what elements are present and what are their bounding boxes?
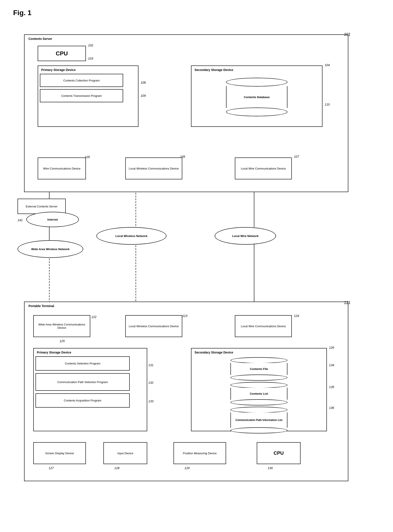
internet-ellipse: Internet [26, 212, 79, 227]
contents-selection-label: Contents Selection Program [65, 362, 101, 365]
primary-storage-terminal-box: Primary Storage Device Contents Selectio… [33, 348, 147, 431]
ref-129: 129 [184, 466, 190, 470]
ref-107: 107 [294, 155, 299, 158]
portable-terminal-box: Portable Terminal Wide Area Wireless Com… [24, 302, 348, 481]
contents-transmission-box: Contents Transmission Program [40, 89, 123, 102]
wire-communications-label: Wire Communications Device [43, 167, 81, 170]
ref-125: 125 [59, 339, 65, 343]
external-contents-server-label: External Contents Server [26, 205, 57, 208]
ref-109: 109 [141, 94, 146, 98]
secondary-storage-terminal-label: Secondary Storage Device [193, 350, 235, 355]
screen-display-label: Screen Display Device [45, 452, 74, 455]
fig-title: Fig. 1 [13, 9, 380, 17]
wide-area-wireless-terminal-label: Wide Area Wireless Communications Device [35, 323, 88, 329]
secondary-storage-server-label: Secondary Storage Device [193, 68, 235, 72]
local-wire-server-box: Local Wire Communications Device [235, 157, 292, 179]
wide-area-wireless-network-ellipse: Wide Area Wireless Network [18, 240, 83, 258]
ref-106: 106 [180, 155, 185, 158]
wide-area-wireless-terminal-box: Wide Area Wireless Communications Device [33, 315, 90, 337]
ref-130: 130 [268, 466, 273, 470]
local-wire-terminal-label: Local Wire Communications Device [241, 325, 286, 328]
ref-110: 110 [325, 103, 330, 106]
external-contents-server-box: External Contents Server [18, 199, 66, 214]
ref-126: 126 [329, 346, 334, 349]
contents-file-label: Contents File [231, 363, 287, 375]
local-wireless-terminal-box: Local Wireless Communications Device [125, 315, 182, 337]
local-wire-network-ellipse: Local Wire Network [215, 227, 276, 245]
communication-path-selection-label: Communication Path Selection Program [57, 381, 108, 384]
ref-135: 135 [329, 385, 334, 389]
ref-141: 141 [18, 218, 23, 222]
ref-127: 127 [49, 466, 54, 470]
secondary-storage-terminal-box: Secondary Storage Device Contents File C… [191, 348, 327, 431]
input-device-label: Input Device [118, 452, 133, 455]
ref-123: 123 [182, 314, 187, 317]
communication-path-selection-box: Communication Path Selection Program [35, 373, 130, 391]
contents-database-label: Contents Database [226, 86, 287, 108]
primary-storage-server-box: Primary Storage Device Contents Collecti… [38, 65, 138, 127]
primary-storage-server-label: Primary Storage Device [40, 68, 77, 72]
cpu-server-box: CPU [38, 46, 86, 61]
local-wire-terminal-box: Local Wire Communications Device [235, 315, 292, 337]
ref-133: 133 [148, 400, 153, 403]
local-wireless-server-label: Local Wireless Communications Device [129, 167, 179, 170]
secondary-storage-server-box: Secondary Storage Device Contents Databa… [191, 65, 322, 127]
portable-terminal-label: Portable Terminal [27, 304, 55, 308]
contents-collection-box: Contents Collection Program [40, 74, 123, 87]
contents-acquisition-label: Contents Acquisition Program [64, 399, 101, 402]
local-wireless-server-box: Local Wireless Communications Device [125, 157, 182, 179]
diagram-root: Contents Server CPU 102 103 Primary Stor… [13, 21, 364, 525]
contents-selection-box: Contents Selection Program [35, 356, 130, 371]
ref-131: 131 [148, 363, 153, 367]
primary-storage-terminal-label: Primary Storage Device [35, 350, 73, 355]
local-wire-server-label: Local Wire Communications Device [241, 167, 286, 170]
input-device-box: Input Device [103, 442, 147, 464]
ref-122: 122 [91, 315, 96, 319]
screen-display-box: Screen Display Device [33, 442, 86, 464]
wire-communications-box: Wire Communications Device [38, 157, 86, 179]
local-wireless-network-label: Local Wireless Network [115, 234, 147, 238]
internet-label: Internet [47, 218, 58, 221]
ref-108: 108 [141, 81, 146, 84]
cpu-terminal-box: CPU [257, 442, 300, 464]
cpu-terminal-label: CPU [274, 450, 284, 456]
ref-102: 102 [88, 44, 93, 47]
local-wire-network-label: Local Wire Network [232, 234, 259, 238]
position-measuring-label: Position Measuring Device [183, 452, 217, 455]
ref-124: 124 [294, 314, 299, 317]
contents-server-label: Contents Server [27, 37, 54, 41]
cpu-server-label: CPU [56, 50, 68, 57]
contents-server-box: Contents Server CPU 102 103 Primary Stor… [24, 34, 348, 192]
ref-128: 128 [114, 466, 119, 470]
communication-path-info-list-label: Communication Path Information List [231, 412, 287, 428]
local-wireless-network-ellipse: Local Wireless Network [96, 227, 167, 245]
wide-area-wireless-network-label: Wide Area Wireless Network [31, 248, 70, 251]
page-container: Fig. 1 Contents Server [13, 9, 380, 525]
position-measuring-box: Position Measuring Device [173, 442, 226, 464]
contents-collection-label: Contents Collection Program [63, 79, 100, 82]
contents-list-label: Contents List [231, 388, 287, 400]
contents-acquisition-box: Contents Acquisition Program [35, 393, 130, 408]
ref-134: 134 [329, 363, 334, 367]
ref-105: 105 [85, 155, 90, 159]
ref-104: 104 [325, 63, 330, 67]
local-wireless-terminal-label: Local Wireless Communications Device [129, 325, 179, 328]
ref-121: 121 [344, 301, 350, 305]
contents-transmission-label: Contents Transmission Program [61, 94, 102, 98]
ref-103: 103 [88, 57, 93, 60]
ref-132: 132 [148, 381, 153, 384]
ref-136: 136 [329, 406, 334, 410]
ref-101: 101 [344, 32, 350, 37]
